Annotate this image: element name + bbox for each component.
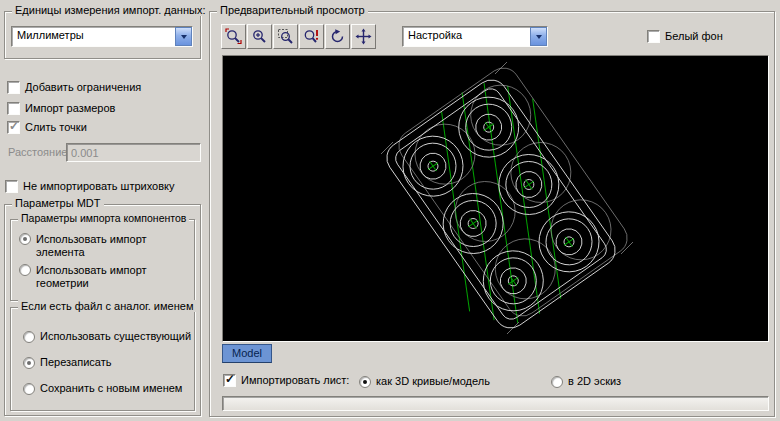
- same-name-groupbox: Если есть файл с аналог. именем Использо…: [10, 307, 195, 411]
- chevron-down-icon: [181, 35, 187, 39]
- checkbox-box[interactable]: ✓: [7, 121, 20, 134]
- import-dimensions-label: Импорт размеров: [25, 102, 115, 115]
- preview-canvas[interactable]: [222, 55, 769, 342]
- checkbox-box[interactable]: [647, 30, 660, 43]
- save-new-name-label: Сохранить с новым именем: [40, 382, 182, 395]
- save-new-name-radio[interactable]: Сохранить с новым именем: [23, 382, 182, 395]
- radio-circle[interactable]: [551, 376, 563, 388]
- zoom-to-selection-icon: [303, 28, 320, 45]
- use-existing-radio[interactable]: Использовать существующий: [23, 330, 191, 343]
- use-geometry-import-radio[interactable]: Использовать импорт геометрии: [19, 264, 184, 290]
- radio-dot: [27, 361, 31, 365]
- preview-groupbox: Предварительный просмотр: [209, 11, 775, 417]
- import-sheet-checkbox[interactable]: ✓ Импортировать лист:: [223, 374, 349, 387]
- use-existing-label: Использовать существующий: [40, 330, 191, 343]
- radio-circle[interactable]: [19, 264, 31, 276]
- merge-points-label: Слить точки: [25, 121, 87, 134]
- component-import-groupbox: Параметры импорта компонентов Использова…: [10, 219, 195, 301]
- add-constraints-label: Добавить ограничения: [25, 81, 141, 94]
- dxf-import-dialog: { "colors": { "dialog_bg": "#d6d3ce", "a…: [0, 0, 780, 421]
- component-import-group-title: Параметры импорта компонентов: [18, 212, 189, 224]
- zoom-in-out-button[interactable]: [247, 24, 272, 49]
- overwrite-label: Перезаписать: [40, 356, 111, 369]
- checkbox-box[interactable]: [5, 180, 18, 193]
- view-settings-dropdown-button[interactable]: [530, 27, 547, 46]
- progress-bar: [222, 396, 769, 411]
- no-hatch-label: Не импортировать штриховку: [23, 180, 175, 193]
- units-groupbox: Единицы измерения импорт. данных: Миллим…: [4, 11, 201, 59]
- import-as-3d-label: как 3D кривые/модель: [376, 375, 490, 388]
- units-group-title: Единицы измерения импорт. данных:: [12, 4, 208, 16]
- zoom-to-selection-button[interactable]: [299, 24, 324, 49]
- import-as-2d-label: в 2D эскиз: [568, 375, 621, 388]
- checkbox-box[interactable]: [7, 81, 20, 94]
- units-combobox[interactable]: Миллиметры: [11, 26, 193, 47]
- import-as-2d-radio[interactable]: в 2D эскиз: [551, 375, 621, 388]
- preview-group-title: Предварительный просмотр: [217, 4, 368, 16]
- pan-icon: [355, 28, 372, 45]
- units-combobox-value: Миллиметры: [12, 27, 175, 46]
- model-sheet-tab[interactable]: Model: [222, 344, 272, 363]
- merge-points-checkbox[interactable]: ✓ Слить точки: [7, 121, 87, 134]
- radio-dot: [23, 237, 27, 241]
- import-sheet-label: Импортировать лист:: [241, 374, 349, 387]
- use-geometry-import-label: Использовать импорт геометрии: [36, 264, 184, 290]
- zoom-in-out-icon: [251, 28, 268, 45]
- radio-circle[interactable]: [23, 331, 35, 343]
- checkbox-box[interactable]: ✓: [223, 374, 236, 387]
- check-icon: ✓: [9, 120, 19, 133]
- distance-label: Расстояние:: [8, 146, 70, 159]
- preview-toolbar: [221, 24, 377, 49]
- radio-circle[interactable]: [19, 233, 31, 245]
- view-settings-combobox[interactable]: Настройка: [402, 26, 548, 47]
- radio-circle[interactable]: [23, 383, 35, 395]
- rotate-view-button[interactable]: [325, 24, 350, 49]
- chevron-down-icon: [536, 35, 542, 39]
- import-dimensions-checkbox[interactable]: Импорт размеров: [7, 102, 115, 115]
- overwrite-radio[interactable]: Перезаписать: [23, 356, 111, 369]
- same-name-group-title: Если есть файл с аналог. именем: [18, 300, 196, 312]
- white-background-label: Белый фон: [665, 30, 723, 43]
- wireframe-model: [223, 56, 768, 341]
- checkbox-box[interactable]: [7, 102, 20, 115]
- no-hatch-checkbox[interactable]: Не импортировать штриховку: [5, 180, 175, 193]
- use-feature-import-label: Использовать импорт элемента: [36, 233, 184, 259]
- rotate-view-icon: [329, 28, 346, 45]
- mdt-groupbox: Параметры MDT Параметры импорта компонен…: [4, 204, 201, 416]
- distance-row: Расстояние:: [8, 146, 70, 159]
- add-constraints-checkbox[interactable]: Добавить ограничения: [7, 81, 141, 94]
- import-as-3d-radio[interactable]: как 3D кривые/модель: [359, 375, 490, 388]
- mdt-group-title: Параметры MDT: [12, 197, 104, 209]
- units-combobox-dropdown-button[interactable]: [175, 27, 192, 46]
- zoom-to-area-button[interactable]: [273, 24, 298, 49]
- pan-button[interactable]: [351, 24, 376, 49]
- distance-input[interactable]: [66, 143, 201, 162]
- check-icon: ✓: [225, 373, 235, 386]
- radio-dot: [363, 380, 367, 384]
- use-feature-import-radio[interactable]: Использовать импорт элемента: [19, 233, 184, 259]
- radio-circle[interactable]: [23, 357, 35, 369]
- white-background-checkbox[interactable]: Белый фон: [647, 30, 723, 43]
- zoom-to-fit-button[interactable]: [221, 24, 246, 49]
- zoom-to-area-icon: [277, 28, 294, 45]
- zoom-to-fit-icon: [225, 28, 242, 45]
- radio-circle[interactable]: [359, 376, 371, 388]
- view-settings-combobox-value: Настройка: [403, 27, 530, 46]
